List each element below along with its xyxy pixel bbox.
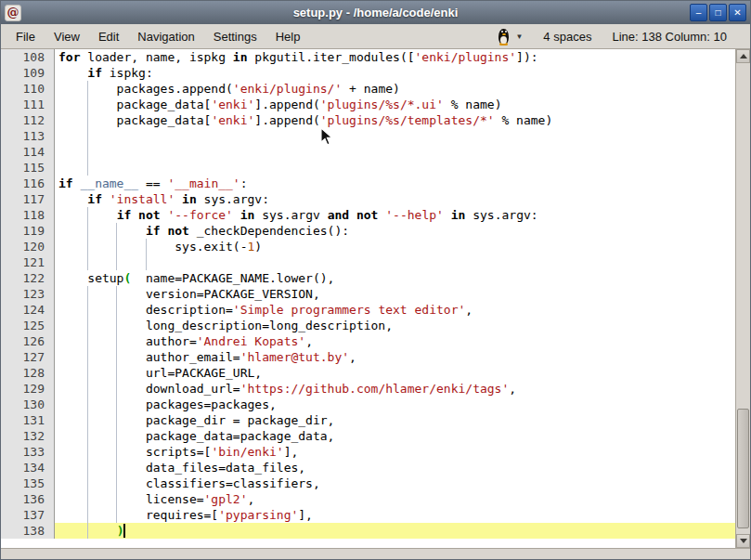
code-line[interactable]: 125 long_description=long_description,: [1, 318, 735, 333]
scroll-up-button[interactable]: [736, 49, 750, 63]
code-line[interactable]: 138 ): [1, 523, 735, 539]
indent-guide: [87, 412, 88, 428]
line-number: 129: [1, 381, 55, 397]
close-button[interactable]: ✕: [729, 4, 746, 21]
code-line-text[interactable]: if not '--force' in sys.argv and not '--…: [55, 207, 735, 223]
code-line[interactable]: 129 download_url='https://github.com/hla…: [1, 381, 735, 397]
code-line-text[interactable]: ): [55, 523, 735, 539]
code-line[interactable]: 112 package_data['enki'].append('plugins…: [1, 112, 735, 128]
code-line-text[interactable]: if ispkg:: [55, 65, 735, 81]
line-number: 117: [1, 191, 55, 207]
code-line[interactable]: 114: [1, 144, 735, 160]
line-number: 125: [1, 318, 55, 333]
code-line[interactable]: 134 data_files=data_files,: [1, 460, 735, 475]
line-number: 121: [1, 254, 55, 270]
code-editor[interactable]: 108for loader, name, ispkg in pkgutil.it…: [1, 49, 735, 548]
indent-guide: [87, 333, 88, 349]
eol-mode-indicator[interactable]: ▼: [487, 29, 533, 45]
maximize-button[interactable]: □: [709, 4, 727, 21]
code-line-text[interactable]: sys.exit(-1): [55, 239, 735, 254]
code-line-text[interactable]: requires=['pyparsing'],: [55, 507, 735, 523]
indent-guide: [116, 444, 117, 460]
code-line[interactable]: 121: [1, 254, 735, 270]
title-bar[interactable]: @ setup.py - /home/a/code/enki – □ ✕: [1, 1, 750, 24]
minimize-button[interactable]: –: [690, 4, 707, 21]
code-line[interactable]: 110 packages.append('enki/plugins/' + na…: [1, 81, 735, 97]
code-line-text[interactable]: data_files=data_files,: [55, 460, 735, 475]
code-line-text[interactable]: long_description=long_description,: [55, 318, 735, 333]
scroll-down-button[interactable]: [736, 534, 750, 548]
code-line[interactable]: 119 if not _checkDependencies():: [1, 223, 735, 239]
code-line-text[interactable]: author='Andrei Kopats',: [55, 333, 735, 349]
code-line[interactable]: 122 setup( name=PACKAGE_NAME.lower(),: [1, 270, 735, 286]
code-line-text[interactable]: [55, 128, 735, 144]
code-line[interactable]: 128 url=PACKAGE_URL,: [1, 365, 735, 381]
code-line[interactable]: 117 if 'install' in sys.argv:: [1, 191, 735, 207]
menu-navigation[interactable]: Navigation: [128, 25, 203, 48]
cursor-position-indicator[interactable]: Line: 138 Column: 10: [602, 30, 737, 44]
code-line-text[interactable]: license='gpl2',: [55, 491, 735, 507]
code-line-text[interactable]: package_dir = package_dir,: [55, 412, 735, 428]
indent-guide: [116, 349, 117, 365]
chevron-down-icon: ▼: [515, 33, 523, 41]
code-line[interactable]: 133 scripts=['bin/enki'],: [1, 444, 735, 460]
menu-view[interactable]: View: [45, 25, 89, 48]
code-line[interactable]: 126 author='Andrei Kopats',: [1, 333, 735, 349]
code-line-text[interactable]: for loader, name, ispkg in pkgutil.iter_…: [55, 49, 735, 65]
code-line[interactable]: 131 package_dir = package_dir,: [1, 412, 735, 428]
code-line-text[interactable]: classifiers=classifiers,: [55, 475, 735, 491]
code-line-text[interactable]: version=PACKAGE_VERSION,: [55, 286, 735, 302]
code-line[interactable]: 118 if not '--force' in sys.argv and not…: [1, 207, 735, 223]
code-line-text[interactable]: packages=packages,: [55, 397, 735, 412]
line-number: 134: [1, 460, 55, 475]
line-number: 124: [1, 302, 55, 318]
code-line[interactable]: 127 author_email='hlamer@tut.by',: [1, 349, 735, 365]
code-line[interactable]: 109 if ispkg:: [1, 65, 735, 81]
code-line[interactable]: 116if __name__ == '__main__':: [1, 176, 735, 191]
code-line-text[interactable]: setup( name=PACKAGE_NAME.lower(),: [55, 270, 735, 286]
code-line[interactable]: 137 requires=['pyparsing'],: [1, 507, 735, 523]
code-line-text[interactable]: url=PACKAGE_URL,: [55, 365, 735, 381]
code-line-text[interactable]: [55, 144, 735, 160]
code-line[interactable]: 132 package_data=package_data,: [1, 428, 735, 444]
code-line-text[interactable]: package_data['enki'].append('plugins/%s/…: [55, 112, 735, 128]
menu-help[interactable]: Help: [266, 25, 310, 48]
indent-guide: [116, 412, 117, 428]
indent-mode-indicator[interactable]: 4 spaces: [533, 30, 602, 44]
horizontal-scrollbar[interactable]: [1, 548, 750, 559]
code-line[interactable]: 115: [1, 160, 735, 176]
menu-settings[interactable]: Settings: [204, 25, 266, 48]
app-icon[interactable]: @: [5, 5, 21, 21]
code-line[interactable]: 120 sys.exit(-1): [1, 239, 735, 254]
menu-file[interactable]: File: [6, 25, 45, 48]
line-number: 109: [1, 65, 55, 81]
code-line-text[interactable]: if not _checkDependencies():: [55, 223, 735, 239]
code-line[interactable]: 123 version=PACKAGE_VERSION,: [1, 286, 735, 302]
code-line-text[interactable]: [55, 160, 735, 176]
menu-edit[interactable]: Edit: [89, 25, 128, 48]
code-line[interactable]: 135 classifiers=classifiers,: [1, 475, 735, 491]
code-line-text[interactable]: [55, 254, 735, 270]
indent-guide: [87, 254, 88, 270]
code-line[interactable]: 108for loader, name, ispkg in pkgutil.it…: [1, 49, 735, 65]
code-line[interactable]: 124 description='Simple programmers text…: [1, 302, 735, 318]
indent-guide: [116, 365, 117, 381]
code-line-text[interactable]: author_email='hlamer@tut.by',: [55, 349, 735, 365]
code-line[interactable]: 130 packages=packages,: [1, 397, 735, 412]
code-line-text[interactable]: if __name__ == '__main__':: [55, 176, 735, 191]
code-line[interactable]: 136 license='gpl2',: [1, 491, 735, 507]
indent-guide: [87, 365, 88, 381]
code-line-text[interactable]: package_data=package_data,: [55, 428, 735, 444]
code-line-text[interactable]: description='Simple programmers text edi…: [55, 302, 735, 318]
vertical-scrollbar-thumb[interactable]: [737, 409, 749, 528]
line-number: 138: [1, 523, 55, 539]
code-line-text[interactable]: scripts=['bin/enki'],: [55, 444, 735, 460]
minimize-icon: –: [696, 8, 702, 18]
code-line[interactable]: 111 package_data['enki'].append('plugins…: [1, 97, 735, 112]
code-line-text[interactable]: package_data['enki'].append('plugins/%s/…: [55, 97, 735, 112]
code-line-text[interactable]: download_url='https://github.com/hlamer/…: [55, 381, 735, 397]
code-line-text[interactable]: packages.append('enki/plugins/' + name): [55, 81, 735, 97]
vertical-scrollbar[interactable]: [735, 49, 750, 548]
code-line-text[interactable]: if 'install' in sys.argv:: [55, 191, 735, 207]
code-line[interactable]: 113: [1, 128, 735, 144]
